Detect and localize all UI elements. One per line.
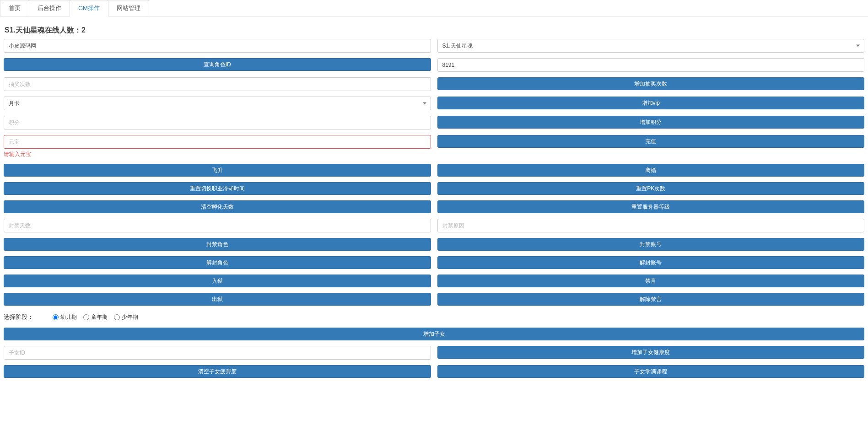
stage-row: 选择阶段： 幼儿期童年期少年期	[4, 311, 864, 325]
tab-2[interactable]: GM操作	[70, 0, 108, 16]
ban-reason-input[interactable]	[437, 219, 865, 232]
add-points-button[interactable]: 增加积分	[437, 116, 865, 129]
page-title: S1.天仙星魂在线人数：2	[5, 26, 864, 35]
divorce-button[interactable]: 离婚	[437, 164, 865, 177]
stage-radio-0[interactable]: 幼儿期	[53, 313, 77, 321]
mute-button[interactable]: 禁言	[437, 275, 865, 287]
tab-3[interactable]: 网站管理	[108, 0, 149, 16]
draw-count-input[interactable]	[4, 77, 431, 91]
query-role-button[interactable]: 查询角色ID	[4, 58, 431, 71]
unmute-button[interactable]: 解除禁言	[437, 293, 865, 306]
stage-radio-2[interactable]: 少年期	[114, 313, 138, 321]
server-select[interactable]: S1.天仙星魂	[437, 39, 865, 53]
unban-role-button[interactable]: 解封角色	[4, 256, 431, 269]
reset-server-level-button[interactable]: 重置服务器等级	[437, 200, 865, 213]
child-id-input[interactable]	[4, 346, 431, 360]
unban-account-button[interactable]: 解封账号	[437, 256, 865, 269]
role-id-input[interactable]	[437, 58, 865, 72]
add-child-button[interactable]: 增加子女	[4, 328, 864, 340]
reset-job-cd-button[interactable]: 重置切换职业冷却时间	[4, 182, 431, 195]
recharge-button[interactable]: 充值	[437, 135, 865, 148]
child-full-course-button[interactable]: 子女学满课程	[437, 365, 865, 378]
yuanbao-input[interactable]	[4, 135, 431, 149]
reset-pk-button[interactable]: 重置PK次数	[437, 182, 865, 195]
add-child-health-button[interactable]: 增加子女健康度	[437, 346, 865, 359]
clear-incubation-button[interactable]: 清空孵化天数	[4, 200, 431, 213]
add-vip-button[interactable]: 增加vip	[437, 97, 865, 109]
ban-account-button[interactable]: 封禁账号	[437, 238, 865, 251]
jail-button[interactable]: 入狱	[4, 275, 431, 287]
ban-role-button[interactable]: 封禁角色	[4, 238, 431, 251]
unjail-button[interactable]: 出狱	[4, 293, 431, 306]
vip-select[interactable]: 月卡	[4, 97, 431, 110]
tabs-bar: 首页后台操作GM操作网站管理	[0, 0, 868, 16]
ascend-button[interactable]: 飞升	[4, 164, 431, 177]
ban-days-input[interactable]	[4, 219, 431, 232]
clear-child-fatigue-button[interactable]: 清空子女疲劳度	[4, 365, 431, 378]
stage-label: 选择阶段：	[4, 313, 33, 321]
add-draw-button[interactable]: 增加抽奖次数	[437, 77, 865, 90]
points-input[interactable]	[4, 116, 431, 129]
yuanbao-error-text: 请输入元宝	[4, 151, 431, 158]
stage-radio-1[interactable]: 童年期	[83, 313, 108, 321]
account-input[interactable]	[4, 39, 431, 53]
tab-1[interactable]: 后台操作	[29, 0, 70, 16]
tab-0[interactable]: 首页	[0, 0, 29, 16]
